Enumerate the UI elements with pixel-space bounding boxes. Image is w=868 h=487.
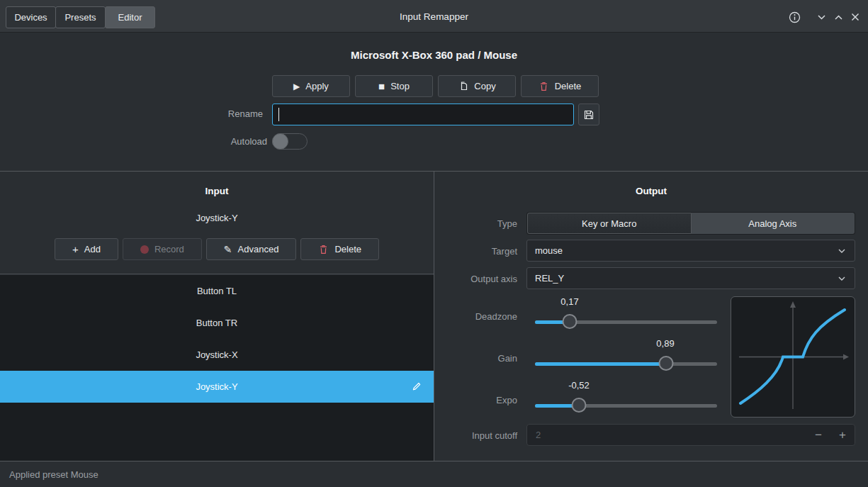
statusbar: Applied preset Mouse: [0, 461, 868, 487]
tab-presets[interactable]: Presets: [55, 6, 106, 28]
slider-handle[interactable]: [571, 398, 586, 413]
slider-handle[interactable]: [562, 314, 577, 329]
add-label: Add: [84, 244, 101, 254]
info-icon: [789, 11, 801, 23]
autoload-label: Autoload: [170, 136, 267, 147]
type-analog-axis[interactable]: Analog Axis: [692, 213, 855, 234]
deadzone-slider[interactable]: [535, 314, 717, 330]
input-button-row: + Add Record ✎ Advanced Delete: [0, 238, 434, 260]
close-icon: [850, 12, 860, 22]
list-item-selected[interactable]: Joystick-Y: [0, 371, 434, 403]
active-input-name: Joystick-Y: [0, 213, 434, 223]
main-tabs: Devices Presets Editor: [6, 6, 155, 28]
input-panel-heading: Input: [0, 186, 434, 196]
deadzone-label: Deadzone: [434, 311, 517, 322]
record-button[interactable]: Record: [123, 238, 202, 260]
copy-label: Copy: [474, 81, 495, 91]
output-axis-value: REL_Y: [535, 273, 564, 284]
info-button[interactable]: [786, 9, 803, 26]
titlebar: Input Remapper Devices Presets Editor: [0, 0, 868, 33]
chevron-down-icon: [816, 12, 827, 23]
tab-devices[interactable]: Devices: [6, 6, 56, 28]
add-icon: +: [72, 244, 79, 254]
copy-icon: [458, 81, 468, 91]
input-cutoff-value: 2: [527, 430, 806, 440]
slider-fill: [535, 362, 666, 366]
target-dropdown[interactable]: mouse: [526, 240, 855, 262]
input-mapping-list: Button TL Button TR Joystick-X Joystick-…: [0, 275, 434, 461]
input-cutoff-spinner[interactable]: 2 − +: [526, 424, 855, 446]
input-panel: Input Joystick-Y + Add Record ✎ Advanced…: [0, 172, 434, 461]
delete-preset-button[interactable]: Delete: [521, 75, 599, 97]
apply-button[interactable]: ▶ Apply: [272, 75, 350, 97]
list-item-label: Joystick-Y: [196, 381, 237, 392]
input-cutoff-label: Input cutoff: [434, 430, 517, 441]
tab-editor[interactable]: Editor: [105, 6, 155, 28]
text-caret: [278, 108, 279, 121]
output-axis-dropdown[interactable]: REL_Y: [526, 267, 855, 289]
record-icon: [140, 245, 149, 254]
trash-icon: [318, 244, 329, 255]
autoload-toggle[interactable]: [272, 133, 308, 150]
toggle-knob: [272, 133, 288, 150]
target-value: mouse: [535, 245, 563, 256]
play-icon: ▶: [293, 82, 300, 91]
save-icon: [583, 109, 594, 121]
output-axis-label: Output axis: [434, 274, 517, 284]
close-button[interactable]: [847, 9, 864, 26]
record-label: Record: [154, 244, 184, 254]
output-panel: Output Type Key or Macro Analog Axis Tar…: [434, 172, 868, 461]
list-item[interactable]: Button TL: [0, 275, 434, 307]
copy-button[interactable]: Copy: [438, 75, 516, 97]
window-controls: [786, 9, 864, 26]
increment-button[interactable]: +: [830, 428, 855, 442]
input-list-divider: [0, 274, 434, 274]
trash-icon: [539, 81, 549, 92]
rename-input[interactable]: [272, 103, 574, 125]
gain-label: Gain: [434, 353, 517, 364]
response-curve-graph: [731, 296, 855, 418]
output-panel-heading: Output: [434, 186, 868, 196]
rename-label: Rename: [170, 108, 263, 119]
minimize-button[interactable]: [813, 9, 830, 26]
maximize-button[interactable]: [830, 9, 847, 26]
stop-icon: ■: [378, 81, 385, 91]
stop-label: Stop: [390, 81, 410, 91]
list-item[interactable]: Button TR: [0, 307, 434, 339]
add-input-button[interactable]: + Add: [55, 238, 118, 260]
expo-slider[interactable]: [535, 398, 717, 413]
list-item[interactable]: Joystick-X: [0, 339, 434, 371]
type-key-or-macro[interactable]: Key or Macro: [527, 213, 692, 234]
delete-preset-label: Delete: [555, 81, 582, 91]
gain-slider[interactable]: [535, 356, 717, 371]
chevron-down-icon: [837, 274, 847, 284]
chevron-down-icon: [837, 246, 847, 256]
save-rename-button[interactable]: [578, 103, 599, 125]
apply-label: Apply: [305, 81, 329, 91]
target-label: Target: [434, 246, 517, 257]
pencil-icon: ✎: [224, 245, 232, 254]
stop-button[interactable]: ■ Stop: [355, 75, 433, 97]
type-label: Type: [434, 218, 517, 229]
gain-value: 0,89: [637, 338, 694, 349]
edit-pencil-icon[interactable]: [411, 381, 422, 392]
deadzone-value: 0,17: [541, 296, 598, 307]
advanced-label: Advanced: [238, 244, 279, 254]
expo-value: -0,52: [551, 380, 607, 391]
chevron-up-icon: [833, 12, 844, 23]
status-message: Applied preset Mouse: [9, 469, 98, 480]
input-remapper-window: Input Remapper Devices Presets Editor: [0, 0, 868, 487]
advanced-button[interactable]: ✎ Advanced: [206, 238, 297, 260]
device-preset-title: Microsoft X-Box 360 pad / Mouse: [0, 49, 868, 61]
delete-input-label: Delete: [334, 244, 361, 254]
decrement-button[interactable]: −: [806, 428, 830, 442]
slider-handle[interactable]: [659, 356, 674, 371]
delete-input-button[interactable]: Delete: [300, 238, 379, 260]
preset-action-row: ▶ Apply ■ Stop Copy Delete: [272, 75, 599, 97]
expo-label: Expo: [434, 395, 517, 405]
output-type-switch: Key or Macro Analog Axis: [526, 212, 855, 235]
